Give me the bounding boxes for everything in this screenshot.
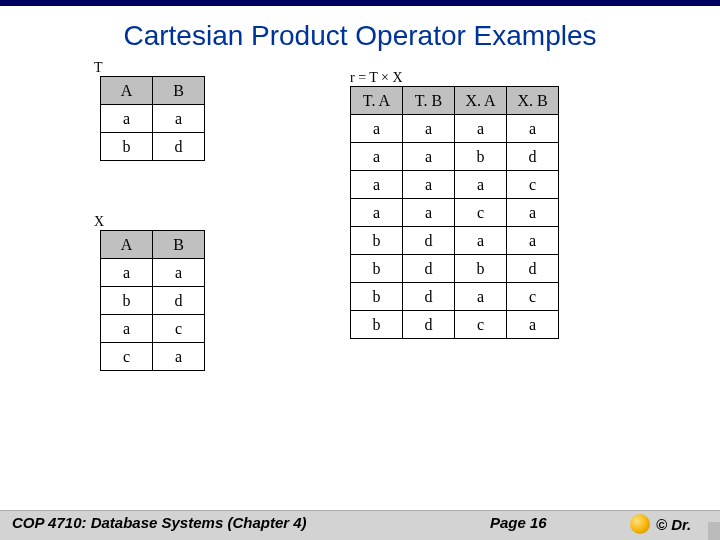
table-R-label: r = T × X (350, 70, 403, 86)
footer-copyright-text: © Dr. (656, 516, 691, 533)
table-row: bd (101, 133, 205, 161)
table-row: bdac (351, 283, 559, 311)
table-row: bdca (351, 311, 559, 339)
col-header: T. A (351, 87, 403, 115)
table-row: ac (101, 315, 205, 343)
col-header: T. B (403, 87, 455, 115)
table-row: bd (101, 287, 205, 315)
slide-body: T A B aa bd X A B aa bd ac ca r = T × X … (0, 60, 720, 490)
table-header-row: A B (101, 77, 205, 105)
col-header: B (153, 77, 205, 105)
corner-decoration (708, 522, 720, 540)
footer-course: COP 4710: Database Systems (Chapter 4) (0, 514, 490, 531)
slide-title: Cartesian Product Operator Examples (0, 6, 720, 60)
table-row: aaaa (351, 115, 559, 143)
col-header: X. A (455, 87, 507, 115)
table-row: ca (101, 343, 205, 371)
slide-footer: COP 4710: Database Systems (Chapter 4) P… (0, 510, 720, 540)
table-row: aa (101, 105, 205, 133)
table-T: A B aa bd (100, 76, 205, 161)
table-X: A B aa bd ac ca (100, 230, 205, 371)
col-header: A (101, 231, 153, 259)
footer-copyright: © Dr. (630, 514, 720, 534)
table-row: bdbd (351, 255, 559, 283)
table-row: aaca (351, 199, 559, 227)
table-T-label: T (94, 60, 103, 76)
col-header: B (153, 231, 205, 259)
col-header: A (101, 77, 153, 105)
table-row: bdaa (351, 227, 559, 255)
table-header-row: A B (101, 231, 205, 259)
table-row: aabd (351, 143, 559, 171)
footer-page: Page 16 (490, 514, 630, 531)
university-logo-icon (630, 514, 650, 534)
table-header-row: T. A T. B X. A X. B (351, 87, 559, 115)
table-row: aa (101, 259, 205, 287)
table-row: aaac (351, 171, 559, 199)
col-header: X. B (507, 87, 559, 115)
table-R: T. A T. B X. A X. B aaaa aabd aaac aaca … (350, 86, 559, 339)
table-X-label: X (94, 214, 104, 230)
